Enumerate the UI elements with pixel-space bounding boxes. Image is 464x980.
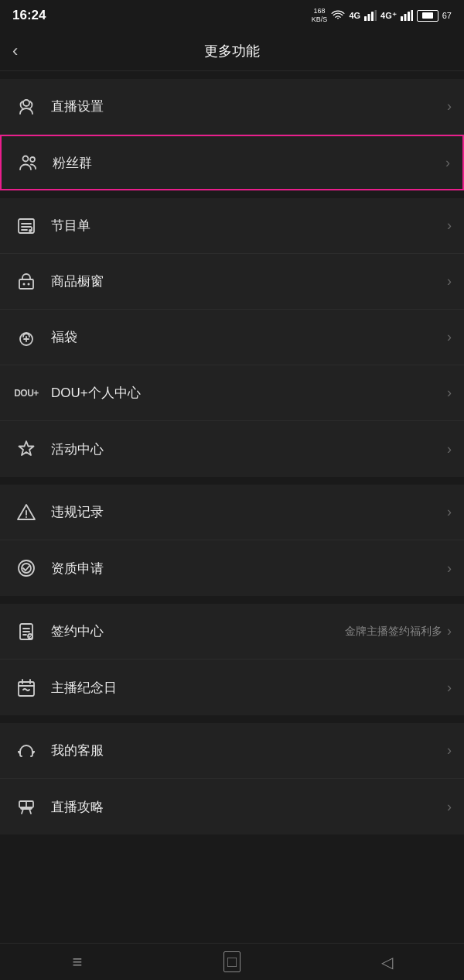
status-bar: 16:24 168KB/S 4G 4G⁺	[0, 0, 464, 31]
menu-item-qualification[interactable]: 资质申请 ›	[0, 540, 464, 596]
chevron-right-icon11: ›	[447, 680, 452, 696]
nav-menu-button[interactable]: ≡	[54, 951, 101, 974]
contract-label: 签约中心	[51, 622, 345, 640]
menu-item-dou-plus[interactable]: DOU+ DOU+个人中心 ›	[0, 365, 464, 421]
chevron-right-icon4: ›	[447, 273, 452, 290]
qualification-label: 资质申请	[51, 560, 447, 577]
live-guide-icon	[12, 793, 40, 821]
svg-rect-2	[371, 12, 374, 21]
menu-item-activity[interactable]: 活动中心 ›	[0, 421, 464, 477]
svg-rect-5	[404, 14, 406, 21]
qualification-icon	[12, 554, 40, 582]
menu-section-2: 节目单 › 商品橱窗 › 福袋 › DOU+	[0, 198, 464, 477]
menu-section-5: 我的客服 › 直播攻略 ›	[0, 723, 464, 834]
dou-plus-icon: DOU+	[12, 379, 40, 407]
wifi-icon	[331, 10, 345, 21]
live-settings-label: 直播设置	[51, 98, 447, 115]
live-settings-icon	[12, 93, 40, 121]
menu-item-fan-group[interactable]: 粉丝群 ›	[0, 135, 464, 190]
back-nav-icon: ◁	[381, 953, 393, 971]
page-header: ‹ 更多功能	[0, 31, 464, 71]
page-title: 更多功能	[204, 42, 260, 60]
svg-rect-6	[408, 12, 410, 21]
menu-section-3: 违规记录 › 资质申请 ›	[0, 485, 464, 596]
chevron-right-icon10: ›	[447, 623, 452, 639]
svg-point-18	[23, 283, 26, 285]
live-guide-label: 直播攻略	[51, 798, 447, 816]
activity-icon	[12, 435, 40, 463]
menu-item-violation[interactable]: 违规记录 ›	[0, 485, 464, 540]
svg-rect-7	[411, 10, 413, 21]
menu-item-anniversary[interactable]: 主播纪念日 ›	[0, 660, 464, 715]
svg-line-39	[22, 809, 23, 814]
menu-section-1: 直播设置 › 粉丝群 ›	[0, 79, 464, 190]
menu-item-live-settings[interactable]: 直播设置 ›	[0, 79, 464, 135]
chevron-right-icon3: ›	[447, 218, 452, 234]
menu-section-4: 签约中心 金牌主播签约福利多 › 主播纪念日 ›	[0, 604, 464, 715]
menu-item-shop-window[interactable]: 商品橱窗 ›	[0, 254, 464, 310]
svg-point-19	[28, 283, 30, 285]
back-button[interactable]: ‹	[12, 41, 18, 61]
menu-item-live-guide[interactable]: 直播攻略 ›	[0, 779, 464, 834]
battery-percent: 67	[442, 11, 452, 20]
speed-indicator: 168KB/S	[312, 7, 328, 24]
chevron-right-icon13: ›	[447, 799, 452, 815]
fan-group-icon	[14, 149, 42, 176]
signal-bars-icon2	[401, 10, 413, 21]
home-icon: □	[223, 951, 241, 972]
shop-window-label: 商品橱窗	[51, 272, 447, 290]
playlist-icon	[12, 212, 40, 240]
signal-4gplus: 4G⁺	[380, 11, 397, 21]
svg-rect-0	[364, 16, 367, 21]
chevron-right-icon12: ›	[447, 742, 452, 759]
svg-rect-4	[401, 16, 403, 21]
nav-home-button[interactable]: □	[209, 951, 255, 974]
bottom-navigation: ≡ □ ◁	[0, 943, 464, 980]
customer-service-icon	[12, 737, 40, 765]
lucky-bag-label: 福袋	[51, 328, 447, 346]
svg-point-26	[26, 516, 27, 518]
svg-point-9	[23, 156, 29, 162]
anniversary-label: 主播纪念日	[51, 679, 447, 697]
svg-marker-23	[19, 441, 34, 455]
chevron-right-icon6: ›	[447, 385, 452, 401]
svg-point-27	[19, 560, 34, 576]
violation-icon	[12, 499, 40, 526]
activity-label: 活动中心	[51, 440, 447, 458]
chevron-right-icon2: ›	[445, 155, 450, 171]
chevron-right-icon: ›	[447, 98, 452, 115]
shop-icon	[12, 268, 40, 296]
customer-service-label: 我的客服	[51, 742, 447, 759]
menu-item-contract[interactable]: 签约中心 金牌主播签约福利多 ›	[0, 604, 464, 660]
menu-icon: ≡	[73, 952, 83, 972]
chevron-right-icon8: ›	[447, 504, 452, 520]
dou-plus-label: DOU+个人中心	[51, 384, 447, 402]
svg-rect-17	[19, 279, 33, 289]
signal-bars-icon	[364, 10, 377, 21]
contract-sub: 金牌主播签约福利多	[345, 625, 442, 639]
violation-label: 违规记录	[51, 503, 447, 521]
svg-point-8	[23, 100, 29, 106]
playlist-label: 节目单	[51, 217, 447, 235]
chevron-right-icon7: ›	[447, 441, 452, 457]
nav-back-button[interactable]: ◁	[363, 951, 410, 974]
menu-item-playlist[interactable]: 节目单 ›	[0, 198, 464, 254]
menu-item-lucky-bag[interactable]: 福袋 ›	[0, 310, 464, 365]
anniversary-icon	[12, 673, 40, 701]
menu-item-customer-service[interactable]: 我的客服 ›	[0, 723, 464, 779]
svg-line-40	[29, 809, 31, 814]
battery-icon	[417, 10, 438, 22]
lucky-bag-icon	[12, 324, 40, 351]
contract-icon	[12, 618, 40, 646]
svg-rect-1	[368, 14, 370, 21]
svg-point-10	[30, 157, 35, 162]
status-time: 16:24	[12, 8, 46, 23]
fan-group-label: 粉丝群	[53, 154, 445, 172]
svg-rect-3	[375, 10, 377, 21]
chevron-right-icon5: ›	[447, 329, 452, 345]
battery-level	[417, 10, 438, 22]
chevron-right-icon9: ›	[447, 560, 452, 577]
signal-4g: 4G	[349, 11, 360, 20]
status-icons: 168KB/S 4G 4G⁺	[312, 7, 452, 24]
